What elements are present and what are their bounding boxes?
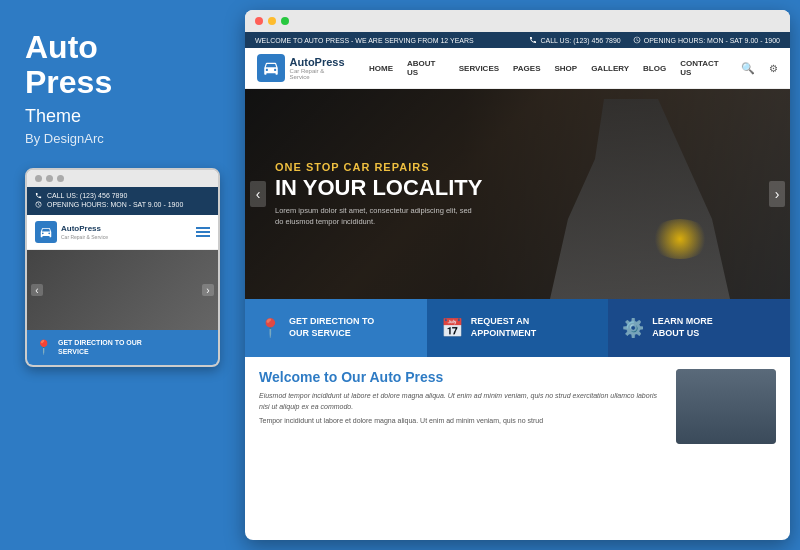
site-logo-icon <box>257 54 285 82</box>
theme-by: By DesignArc <box>25 131 215 146</box>
cta-appointment-line1: REQUEST AN <box>471 316 530 326</box>
nav-about[interactable]: ABOUT US <box>407 59 445 77</box>
mobile-hero-right-arrow[interactable]: › <box>202 284 214 296</box>
mobile-mockup: CALL US: (123) 456 7890 OPENING HOURS: M… <box>25 168 220 366</box>
browser-dot-green[interactable] <box>281 17 289 25</box>
mobile-logo-sub: Car Repair & Service <box>61 234 108 240</box>
mobile-hours-text: OPENING HOURS: MON - SAT 9.00 - 1900 <box>47 201 183 208</box>
cta-learn-line1: LEARN MORE <box>652 316 713 326</box>
site-clock-icon <box>633 36 641 44</box>
nav-shop[interactable]: SHOP <box>554 64 577 73</box>
browser-chrome <box>245 10 790 32</box>
site-phone-text: CALL US: (123) 456 7890 <box>540 37 620 44</box>
welcome-image-inner <box>676 369 776 444</box>
site-car-icon <box>262 59 280 77</box>
mobile-logo-name: AutoPress <box>61 225 108 234</box>
mobile-hero-arrows: ‹ › <box>27 284 218 296</box>
browser-mockup: WELCOME TO AUTO PRESS - WE ARE SERVING F… <box>245 10 790 540</box>
welcome-heading-plain: Welcome to Our <box>259 369 369 385</box>
mobile-car-icon <box>39 225 53 239</box>
welcome-image <box>676 369 776 444</box>
mobile-hero: ‹ › <box>27 250 218 330</box>
cta-appointment[interactable]: 📅 REQUEST AN APPOINTMENT <box>427 299 609 357</box>
browser-dot-yellow[interactable] <box>268 17 276 25</box>
cta-direction[interactable]: 📍 GET DIRECTION TO OUR SERVICE <box>245 299 427 357</box>
site-topbar: WELCOME TO AUTO PRESS - WE ARE SERVING F… <box>245 32 790 48</box>
hero-right-arrow[interactable]: › <box>769 181 785 207</box>
welcome-para1: Eiusmod tempor incididunt ut labore et d… <box>259 391 664 412</box>
nav-home[interactable]: HOME <box>369 64 393 73</box>
site-nav: AutoPress Car Repair & Service HOME ABOU… <box>245 48 790 89</box>
mobile-logo-icon <box>35 221 57 243</box>
welcome-para2: Tempor incididunt ut labore et dolore ma… <box>259 416 664 427</box>
mobile-dot-3 <box>57 175 64 182</box>
cta-appointment-text: REQUEST AN APPOINTMENT <box>471 316 537 339</box>
hamburger-line-3 <box>196 235 210 237</box>
hero-sub-title: ONE STOP CAR REPAIRS <box>275 161 482 173</box>
welcome-section: Welcome to Our Auto Press Eiusmod tempor… <box>245 357 790 456</box>
cta-learn-line2: ABOUT US <box>652 328 699 338</box>
mobile-clock-icon <box>35 201 42 208</box>
mobile-dots <box>27 170 218 187</box>
nav-contact[interactable]: CONTACT US <box>680 59 727 77</box>
mobile-location-icon: 📍 <box>35 339 52 355</box>
cta-appointment-icon: 📅 <box>441 317 463 339</box>
site-topbar-welcome: WELCOME TO AUTO PRESS - WE ARE SERVING F… <box>255 37 474 44</box>
hero-sparks <box>650 219 710 259</box>
site-logo-sub: Car Repair & Service <box>290 68 345 80</box>
welcome-heading-brand: Auto Press <box>369 369 443 385</box>
mobile-hours-row: OPENING HOURS: MON - SAT 9.00 - 1900 <box>35 201 210 208</box>
theme-subtitle: Theme <box>25 106 215 127</box>
welcome-heading: Welcome to Our Auto Press <box>259 369 664 385</box>
left-panel: AutoPress Theme By DesignArc CALL US: (1… <box>0 0 240 550</box>
site-logo-texts: AutoPress Car Repair & Service <box>290 56 345 80</box>
nav-settings-icon[interactable]: ⚙ <box>769 63 778 74</box>
site-hours-text: OPENING HOURS: MON - SAT 9.00 - 1900 <box>644 37 780 44</box>
hero-content: ONE STOP CAR REPAIRS IN YOUR LOCALITY Lo… <box>245 161 512 227</box>
cta-bar: 📍 GET DIRECTION TO OUR SERVICE 📅 REQUEST… <box>245 299 790 357</box>
nav-blog[interactable]: BLOG <box>643 64 666 73</box>
theme-title: AutoPress <box>25 30 215 100</box>
mobile-nav: AutoPress Car Repair & Service <box>27 215 218 250</box>
nav-gallery[interactable]: GALLERY <box>591 64 629 73</box>
cta-direction-icon: 📍 <box>259 317 281 339</box>
nav-services[interactable]: SERVICES <box>459 64 499 73</box>
site-topbar-right: CALL US: (123) 456 7890 OPENING HOURS: M… <box>529 36 780 44</box>
site-logo[interactable]: AutoPress Car Repair & Service <box>257 54 345 82</box>
cta-direction-line1: GET DIRECTION TO <box>289 316 374 326</box>
site-logo-name: AutoPress <box>290 56 345 68</box>
cta-appointment-line2: APPOINTMENT <box>471 328 537 338</box>
mobile-bottom-bar: 📍 GET DIRECTION TO OURSERVICE <box>27 330 218 364</box>
hamburger-line-1 <box>196 227 210 229</box>
mobile-logo-texts: AutoPress Car Repair & Service <box>61 225 108 240</box>
mobile-phone-row: CALL US: (123) 456 7890 <box>35 192 210 199</box>
cta-learn-text: LEARN MORE ABOUT US <box>652 316 713 339</box>
mobile-topbar: CALL US: (123) 456 7890 OPENING HOURS: M… <box>27 187 218 215</box>
hero-desc: Lorem ipsum dolor sit amet, consectetur … <box>275 206 475 227</box>
browser-dot-red[interactable] <box>255 17 263 25</box>
site-hero: ‹ › ONE STOP CAR REPAIRS IN YOUR LOCALIT… <box>245 89 790 299</box>
cta-direction-text: GET DIRECTION TO OUR SERVICE <box>289 316 374 339</box>
mobile-phone-text: CALL US: (123) 456 7890 <box>47 192 127 199</box>
mobile-dot-1 <box>35 175 42 182</box>
welcome-text: Welcome to Our Auto Press Eiusmod tempor… <box>259 369 664 444</box>
site-phone-item: CALL US: (123) 456 7890 <box>529 36 620 44</box>
site-phone-icon <box>529 36 537 44</box>
site-hours-item: OPENING HOURS: MON - SAT 9.00 - 1900 <box>633 36 780 44</box>
nav-search-icon[interactable]: 🔍 <box>741 62 755 75</box>
mobile-dot-2 <box>46 175 53 182</box>
mobile-bottom-text: GET DIRECTION TO OURSERVICE <box>58 338 142 356</box>
cta-learn-more[interactable]: ⚙️ LEARN MORE ABOUT US <box>608 299 790 357</box>
cta-direction-line2: OUR SERVICE <box>289 328 351 338</box>
mobile-menu-icon[interactable] <box>196 227 210 237</box>
nav-pages[interactable]: PAGES <box>513 64 540 73</box>
hamburger-line-2 <box>196 231 210 233</box>
mobile-hero-left-arrow[interactable]: ‹ <box>31 284 43 296</box>
hero-main-title: IN YOUR LOCALITY <box>275 176 482 200</box>
mobile-logo: AutoPress Car Repair & Service <box>35 221 108 243</box>
mobile-phone-icon <box>35 192 42 199</box>
cta-learn-icon: ⚙️ <box>622 317 644 339</box>
